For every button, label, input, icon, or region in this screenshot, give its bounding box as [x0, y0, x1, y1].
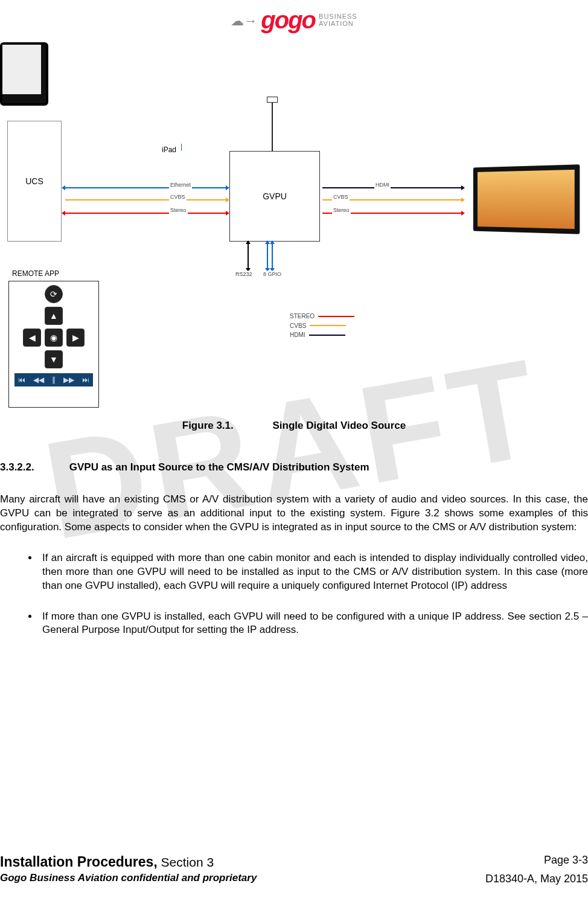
ipad-link: [181, 144, 182, 151]
legend-stereo: STEREO: [290, 312, 354, 321]
legend-hdmi-line: [309, 335, 345, 336]
right-icon: ▶: [66, 329, 85, 347]
pause-icon: ∥: [52, 375, 56, 385]
prev-icon: ⏮: [18, 375, 25, 385]
legend-cvbs-line: [310, 325, 346, 326]
page-footer: Installation Procedures, Section 3 Page …: [0, 853, 588, 886]
legend-stereo-line: [318, 316, 354, 317]
power-icon: ⟳: [45, 285, 63, 303]
stereo-label-left: Stereo: [169, 207, 188, 214]
up-icon: ▲: [45, 307, 63, 325]
next-icon: ⏭: [82, 375, 89, 385]
forward-icon: ▶▶: [63, 375, 74, 385]
rs232-line: [248, 244, 249, 268]
stereo-label-right: Stereo: [332, 207, 351, 214]
footer-title: Installation Procedures, Section 3: [0, 853, 214, 871]
footer-confidential: Gogo Business Aviation confidential and …: [0, 871, 257, 886]
legend-hdmi: HDMI: [290, 331, 354, 339]
section-number: 3.3.2.2.: [0, 461, 66, 475]
footer-docref: D18340-A, May 2015: [485, 871, 588, 886]
rs232-label: RS232: [234, 271, 254, 278]
cloud-icon: ☁︎→: [231, 12, 257, 30]
logo-sub1: BUSINESS: [319, 13, 357, 20]
legend-hdmi-label: HDMI: [290, 331, 305, 339]
bullet-2: If more than one GVPU is installed, each…: [39, 610, 588, 638]
cabin-monitor: [473, 164, 580, 234]
footer-title-bold: Installation Procedures,: [0, 854, 158, 870]
intro-paragraph: Many aircraft will have an existing CMS …: [0, 493, 588, 534]
footer-page: Page 3-3: [544, 853, 588, 871]
cvbs-line-left: [65, 199, 226, 200]
section-title: GVPU as an Input Source to the CMS/A/V D…: [69, 461, 369, 473]
bullet-list: If an aircraft is equipped with more tha…: [0, 551, 588, 638]
ethernet-label-left: Ethernet: [169, 181, 192, 188]
gpio-line-2: [272, 244, 273, 268]
cvbs-label-left: CVBS: [169, 193, 187, 200]
cvbs-label-right: CVBS: [332, 193, 350, 200]
hdmi-line-right: [322, 187, 461, 188]
ipad-label: iPad: [162, 145, 176, 155]
remote-app: ⟳ ▲ ◀ ◉ ▶ ▼ ⏮ ◀◀ ∥ ▶▶ ⏭: [8, 281, 99, 408]
legend-cvbs: CVBS: [290, 322, 354, 330]
legend-stereo-label: STEREO: [290, 312, 315, 321]
left-icon: ◀: [23, 329, 41, 347]
logo-sub2: AVIATION: [319, 20, 354, 27]
footer-title-section: Section 3: [158, 855, 214, 869]
remote-app-label: REMOTE APP: [12, 269, 59, 278]
figure-number: Figure 3.1.: [182, 419, 234, 433]
ucs-box: UCS: [7, 121, 62, 242]
system-diagram: iPad UCS GVPU Ethernet CVBS Stereo HDMI …: [0, 42, 588, 417]
ok-icon: ◉: [45, 329, 63, 347]
gogo-logo: ☁︎→ gogo BUSINESS AVIATION: [231, 4, 357, 36]
rewind-icon: ◀◀: [33, 375, 44, 385]
gpio-label: 8 GPIO: [262, 271, 283, 278]
section-heading: 3.3.2.2. GVPU as an Input Source to the …: [0, 461, 588, 475]
ipad-device: [0, 42, 48, 106]
hdmi-label-right: HDMI: [374, 181, 391, 188]
bullet-1: If an aircraft is equipped with more tha…: [39, 551, 588, 593]
gpio-line-1: [267, 244, 268, 268]
legend-cvbs-label: CVBS: [290, 322, 306, 330]
page-header: ☁︎→ gogo BUSINESS AVIATION: [0, 0, 588, 36]
logo-sub: BUSINESS AVIATION: [319, 13, 357, 27]
gvpu-box: GVPU: [229, 151, 320, 242]
stereo-line-left: [65, 213, 226, 214]
down-icon: ▼: [45, 350, 63, 368]
logo-mark: gogo: [261, 4, 315, 36]
ethernet-line-left: [65, 187, 226, 188]
figure-caption: Figure 3.1. Single Digital Video Source: [0, 419, 588, 433]
figure-title: Single Digital Video Source: [273, 420, 406, 431]
legend: STEREO CVBS HDMI: [290, 311, 354, 341]
antenna-icon: [272, 103, 273, 151]
transport-bar: ⏮ ◀◀ ∥ ▶▶ ⏭: [14, 373, 93, 386]
